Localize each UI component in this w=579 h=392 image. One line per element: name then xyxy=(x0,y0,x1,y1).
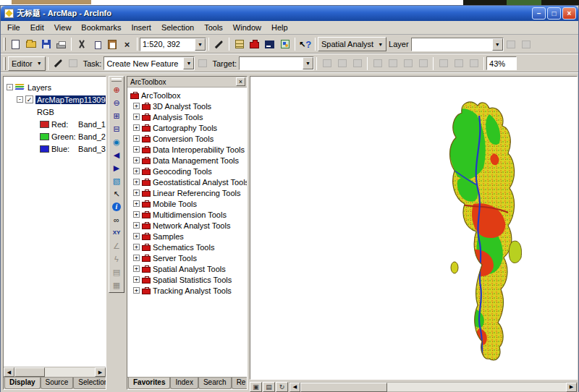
toc-band-row[interactable]: Blue: Band_3 xyxy=(4,142,106,155)
layer-name[interactable]: ArcMapTemp113094 xyxy=(35,95,106,104)
expand-icon[interactable]: + xyxy=(133,124,140,131)
arctoolbox-root[interactable]: ArcToolbox xyxy=(127,90,247,101)
menu-tools[interactable]: Tools xyxy=(199,22,228,33)
select-features-button[interactable]: ▧ xyxy=(110,174,123,187)
target-combo[interactable]: ▼ xyxy=(239,56,314,70)
toolbox-item[interactable]: +Conversion Tools xyxy=(127,133,247,144)
menu-edit[interactable]: Edit xyxy=(25,22,49,33)
menu-view[interactable]: View xyxy=(49,22,77,33)
expand-icon[interactable]: + xyxy=(133,200,140,207)
expand-icon[interactable]: + xyxy=(133,244,140,250)
identify-button[interactable]: i xyxy=(110,200,123,213)
new-document-button[interactable] xyxy=(8,37,23,52)
sketch-tool-button[interactable] xyxy=(51,56,66,71)
layout-view-button[interactable]: ▤ xyxy=(263,382,275,392)
chevron-down-icon[interactable]: ▼ xyxy=(303,57,313,69)
close-button[interactable]: × xyxy=(562,7,576,20)
tab-index[interactable]: Index xyxy=(170,378,198,389)
toolbox-item[interactable]: +Samples xyxy=(127,231,247,242)
cut-button[interactable] xyxy=(74,37,89,52)
close-icon[interactable]: × xyxy=(236,77,245,86)
expand-icon[interactable]: + xyxy=(133,189,140,196)
scroll-left-icon[interactable]: ◀ xyxy=(4,367,14,377)
toolbox-item[interactable]: +Spatial Statistics Tools xyxy=(127,274,247,285)
menu-file[interactable]: File xyxy=(2,22,25,33)
arctoolbox-header[interactable]: ArcToolbox × xyxy=(127,77,247,88)
menu-selection[interactable]: Selection xyxy=(156,22,199,33)
scroll-right-icon[interactable]: ▶ xyxy=(95,367,106,377)
tab-source[interactable]: Source xyxy=(41,378,74,389)
delete-button[interactable]: × xyxy=(119,37,135,52)
zoom-out-button[interactable]: ⊖ xyxy=(110,96,123,109)
zoom-in-button[interactable]: ⊕ xyxy=(110,83,123,96)
toc-band-row[interactable]: Green: Band_2 xyxy=(4,130,106,142)
arccatalog-button[interactable] xyxy=(232,37,247,52)
task-combo[interactable]: Create New Feature ▼ xyxy=(103,56,195,70)
toolbox-item[interactable]: +Geocoding Tools xyxy=(127,166,247,176)
toolbox-item[interactable]: +Network Analyst Tools xyxy=(127,220,247,231)
map-scale-combo[interactable]: 1:520, 392 ▼ xyxy=(140,38,206,51)
fixed-zoom-out-button[interactable]: ⊟ xyxy=(110,122,123,135)
expand-icon[interactable]: + xyxy=(133,146,140,153)
expand-icon[interactable]: + xyxy=(133,276,140,283)
tab-display[interactable]: Display xyxy=(4,378,41,389)
maximize-button[interactable]: □ xyxy=(547,7,561,20)
arctoolbox-button[interactable] xyxy=(247,37,262,52)
paste-button[interactable] xyxy=(104,37,119,52)
tab-selection[interactable]: Selection xyxy=(73,378,106,389)
tab-results[interactable]: Re xyxy=(232,378,247,389)
back-extent-button[interactable]: ◀ xyxy=(110,148,123,161)
toolbar-gripper[interactable] xyxy=(4,38,6,51)
sketch-pencil-button[interactable] xyxy=(211,37,227,52)
expand-icon[interactable]: + xyxy=(133,255,140,261)
toc-layer-row[interactable]: - ✓ ArcMapTemp113094 xyxy=(4,93,106,106)
minimize-button[interactable]: – xyxy=(532,7,546,20)
expand-icon[interactable]: + xyxy=(133,179,140,185)
whats-this-button[interactable]: ↖? xyxy=(297,37,313,52)
toolbox-item[interactable]: +Multidimension Tools xyxy=(127,209,247,220)
toc-renderer-row[interactable]: RGB xyxy=(4,106,106,118)
copy-button[interactable] xyxy=(89,37,104,52)
scrollbar-thumb[interactable] xyxy=(14,367,45,377)
map-horizontal-scrollbar[interactable]: ◀ ▶ xyxy=(289,382,578,392)
toolbox-item[interactable]: +Cartography Tools xyxy=(127,122,247,133)
collapse-icon[interactable]: - xyxy=(17,96,23,103)
save-button[interactable] xyxy=(38,37,54,52)
tab-search[interactable]: Search xyxy=(198,378,232,389)
tab-favorites[interactable]: Favorites xyxy=(128,378,170,389)
toolbox-item[interactable]: +Linear Referencing Tools xyxy=(127,187,247,198)
expand-icon[interactable]: + xyxy=(133,168,140,174)
toolbox-item[interactable]: +3D Analyst Tools xyxy=(127,101,247,111)
open-button[interactable] xyxy=(23,37,38,52)
layer-combo[interactable]: ▼ xyxy=(411,38,504,51)
expand-icon[interactable]: + xyxy=(133,103,140,109)
expand-icon[interactable]: + xyxy=(133,287,140,294)
menu-help[interactable]: Help xyxy=(266,22,293,33)
model-builder-button[interactable] xyxy=(277,37,292,52)
menu-window[interactable]: Window xyxy=(228,22,266,33)
toolbox-item[interactable]: +Mobile Tools xyxy=(127,198,247,209)
menu-insert[interactable]: Insert xyxy=(126,22,156,33)
toolbar-gripper[interactable] xyxy=(111,78,122,82)
expand-icon[interactable]: + xyxy=(133,233,140,239)
refresh-view-button[interactable]: ↻ xyxy=(276,382,288,392)
chevron-down-icon[interactable]: ▼ xyxy=(492,38,503,51)
toolbox-item[interactable]: +Data Management Tools xyxy=(127,155,247,166)
forward-extent-button[interactable]: ▶ xyxy=(110,161,123,174)
toolbox-item[interactable]: +Spatial Analyst Tools xyxy=(127,263,247,274)
map-viewport[interactable] xyxy=(250,76,578,380)
toolbar-gripper[interactable] xyxy=(4,57,6,70)
expand-icon[interactable]: + xyxy=(133,157,140,163)
expand-icon[interactable]: + xyxy=(133,222,140,229)
toc-band-row[interactable]: Red: Band_1 xyxy=(4,118,106,130)
chevron-down-icon[interactable]: ▼ xyxy=(195,38,206,51)
select-elements-button[interactable]: ↖ xyxy=(110,187,123,200)
toolbox-item[interactable]: +Tracking Analyst Tools xyxy=(127,285,247,296)
collapse-icon[interactable]: - xyxy=(7,84,13,90)
scrollbar-thumb[interactable] xyxy=(300,383,387,392)
print-button[interactable] xyxy=(54,37,69,52)
title-bar[interactable]: 无标题 - ArcMap - ArcInfo – □ × xyxy=(1,6,578,21)
menu-bookmarks[interactable]: Bookmarks xyxy=(76,22,126,33)
expand-icon[interactable]: + xyxy=(133,135,140,142)
toc-root-layers[interactable]: - Layers xyxy=(4,81,106,93)
